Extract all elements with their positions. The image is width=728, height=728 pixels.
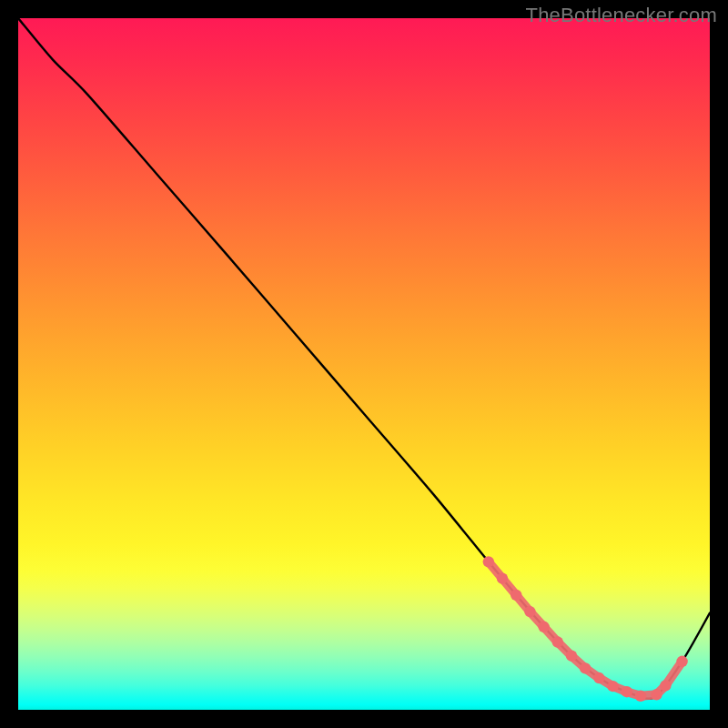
highlight-dot bbox=[566, 651, 577, 662]
highlight-dot bbox=[607, 681, 618, 692]
highlight-dot bbox=[635, 691, 646, 702]
highlight-dot bbox=[524, 606, 535, 617]
attribution-text: TheBottlenecker.com bbox=[526, 4, 717, 27]
highlight-dot bbox=[552, 636, 563, 647]
highlight-dot bbox=[651, 689, 662, 700]
main-curve bbox=[18, 18, 710, 699]
chart-plot-area bbox=[18, 18, 710, 710]
highlight-dot bbox=[483, 556, 494, 567]
highlight-dot bbox=[538, 622, 549, 632]
highlight-dot bbox=[511, 590, 521, 601]
curve-layer bbox=[18, 18, 710, 710]
highlight-dots bbox=[483, 556, 688, 702]
highlight-dot bbox=[676, 656, 687, 667]
highlight-dot bbox=[497, 572, 508, 583]
highlight-dot bbox=[622, 686, 632, 697]
highlight-dot bbox=[580, 662, 591, 673]
highlight-dot bbox=[593, 672, 604, 683]
highlight-dot bbox=[660, 680, 671, 691]
